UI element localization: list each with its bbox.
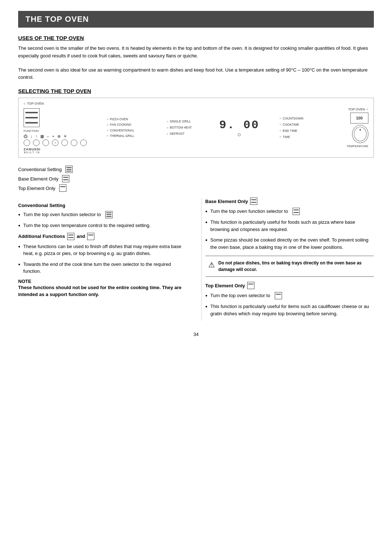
ctrl-circle-4: + <box>52 139 58 146</box>
uses-paragraph-1: The second oven is the smaller of the tw… <box>18 45 374 60</box>
clock-icon: ⊕ <box>57 134 61 139</box>
selecting-title: SELECTING THE TOP OVEN <box>18 88 374 94</box>
top-element-inline-icon <box>275 292 282 299</box>
base-element-bullets: Turn the top oven function selector to T… <box>205 208 374 251</box>
warning-icon: ⚠ <box>208 260 215 269</box>
warning-box: ⚠ Do not place dishes, tins or baking tr… <box>205 256 374 277</box>
note-text: These functions should not be used for t… <box>18 284 187 298</box>
page-title: THE TOP OVEN <box>18 11 374 28</box>
grid-icon: ▦ <box>40 134 44 139</box>
brand-name: ZANUSSI <box>24 147 41 151</box>
conventional-label: Conventional Setting <box>18 167 62 172</box>
ctrl-circle-6 <box>71 139 77 146</box>
add-func-icon-1 <box>67 233 74 240</box>
countdown-opt: COUNTDOWN <box>279 116 312 122</box>
settings-icons-row: Conventional Setting Base Element Only T… <box>18 166 374 192</box>
endtime-opt: END TIME <box>279 128 312 134</box>
conventional-icon <box>65 166 73 173</box>
thermal-grill-opt: THERMAL GRILL <box>107 133 147 139</box>
temp-display: 100 <box>350 113 368 123</box>
single-grill-opt: SINGLE GRILL <box>167 118 199 125</box>
ctrl-circle-5 <box>61 139 68 146</box>
conventional-section-title: Conventional Setting <box>18 203 187 208</box>
top-element-bullet-2: This function is particularly useful for… <box>205 303 374 317</box>
left-column: Conventional Setting Turn the top oven f… <box>18 198 191 321</box>
conventional-bullet-icon <box>105 211 113 218</box>
oven-diagram: TOP OVEN FUNCTION ⏻ ↓ ↑ ▦ – + ⊕ ✳ + <box>18 98 374 158</box>
base-element-setting-row: Base Element Only <box>18 175 374 182</box>
up-arrow-icon: ↑ <box>36 134 38 139</box>
uses-section: USES OF THE TOP OVEN The second oven is … <box>18 35 374 81</box>
time-display: 9. 00 <box>219 118 260 132</box>
plus-icon: + <box>52 134 54 139</box>
brand-sub: BUILT IN <box>24 151 41 154</box>
top-element-icon <box>59 185 66 192</box>
brand-container: ZANUSSI BUILT IN <box>24 147 41 154</box>
warning-text: Do not place dishes, tins or baking tray… <box>219 260 371 273</box>
conventional-bullets: Turn the top oven function selector to T… <box>18 211 187 229</box>
fan-cooking-opt: FAN COOKING <box>107 122 147 127</box>
base-element-section-title: Base Element Only <box>205 199 248 204</box>
star-icon: ✳ <box>64 134 67 139</box>
function-options: PIZZA OVEN FAN COOKING CONVENTIONAL THER… <box>107 117 147 139</box>
top-element-bullets: Turn the top oven selector to This funct… <box>205 292 374 317</box>
two-col-layout: Conventional Setting Turn the top oven f… <box>18 198 374 321</box>
add-func-bullet-1: These functions can be used to finish of… <box>18 243 187 257</box>
add-func-bullet-2: Towards the end of the cook time turn th… <box>18 261 187 275</box>
top-oven-right-label: TOP OVEN <box>348 108 368 111</box>
page-number: 34 <box>18 332 374 337</box>
oven-right-panel: TOP OVEN 100 ▲ TEMPERATURE <box>332 108 368 148</box>
selecting-section: SELECTING THE TOP OVEN <box>18 88 374 94</box>
uses-title: USES OF THE TOP OVEN <box>18 35 374 41</box>
top-element-bullet-1: Turn the top oven selector to <box>205 292 374 299</box>
base-element-label: Base Element Only <box>18 176 58 182</box>
note-title: NOTE <box>18 279 187 284</box>
ctrl-circle-3 <box>42 139 49 146</box>
control-circles-row: + <box>24 139 87 146</box>
minus-icon: – <box>47 134 49 139</box>
top-element-setting-row: Top Element Only <box>18 185 374 192</box>
function-label: FUNCTION <box>24 129 38 133</box>
ctrl-circle-7 <box>80 139 87 146</box>
timer-options: COUNTDOWN COOKTIME END TIME TIME <box>279 116 312 140</box>
ctrl-circle-1 <box>24 139 30 146</box>
top-oven-label: TOP OVEN <box>24 102 44 105</box>
defrost-opt: DEFROST <box>167 131 199 137</box>
base-element-bullet-3: Some pizzas should be cooked directly on… <box>205 236 374 251</box>
add-func-title: Additional Functions <box>18 234 65 239</box>
top-element-label: Top Element Only <box>18 186 56 191</box>
top-element-section-icon <box>247 282 254 289</box>
additional-function-bullets: These functions can be used to finish of… <box>18 243 187 275</box>
title-text: THE TOP OVEN <box>25 15 89 24</box>
bottom-heat-opt: BOTTOM HEAT <box>167 125 199 131</box>
conventional-bullet-2: Turn the top oven temperature control to… <box>18 222 187 229</box>
temperature-label: TEMPERATURE <box>347 145 368 148</box>
temp-knob: ▲ <box>352 125 368 143</box>
display-dot <box>237 133 242 137</box>
conventional-bullet-1: Turn the top oven function selector to <box>18 211 187 218</box>
add-func-icon-2 <box>87 233 94 240</box>
base-element-icon <box>62 175 69 182</box>
add-func-conjunction: and <box>77 234 85 239</box>
grill-options: SINGLE GRILL BOTTOM HEAT DEFROST <box>167 118 199 137</box>
conventional-opt: CONVENTIONAL <box>107 128 147 133</box>
down-arrow-icon: ↓ <box>30 134 33 139</box>
right-column: Base Element Only Turn the top oven func… <box>201 198 374 321</box>
uses-paragraph-2: The second oven is also ideal for use as… <box>18 66 374 82</box>
note-section: NOTE These functions should not be used … <box>18 279 187 298</box>
top-element-section-title: Top Element Only <box>205 283 245 288</box>
time-opt: TIME <box>279 134 312 140</box>
base-element-section-title-row: Base Element Only <box>205 198 374 205</box>
oven-left-panel: TOP OVEN FUNCTION ⏻ ↓ ↑ ▦ – + ⊕ ✳ + <box>24 102 87 154</box>
top-element-section-title-row: Top Element Only <box>205 282 374 289</box>
base-element-section-icon <box>250 198 257 205</box>
ctrl-circle-2 <box>33 139 40 146</box>
base-element-inline-icon <box>293 208 300 215</box>
control-icons: ⏻ ↓ ↑ ▦ – + ⊕ ✳ <box>24 134 67 139</box>
pizza-oven-opt: PIZZA OVEN <box>107 117 147 122</box>
power-icon: ⏻ <box>24 134 28 139</box>
base-element-bullet-1: Turn the top oven function selector to <box>205 208 374 215</box>
conventional-setting-row: Conventional Setting <box>18 166 374 173</box>
oven-left-icon <box>24 108 40 127</box>
base-element-bullet-2: This function is particularly useful for… <box>205 219 374 233</box>
